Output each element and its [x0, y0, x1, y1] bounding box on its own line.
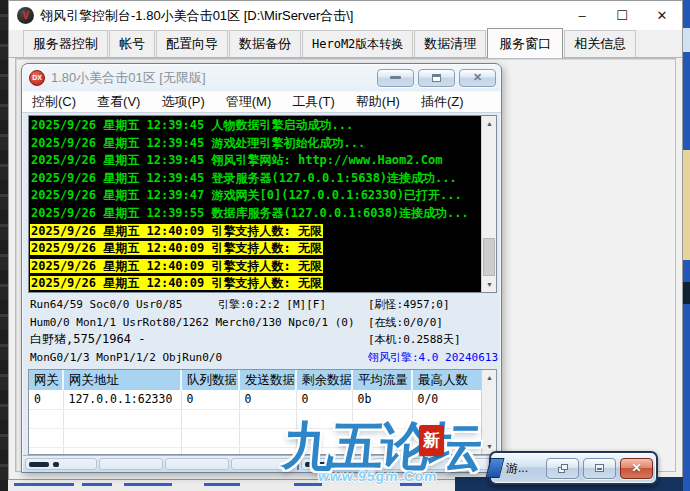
console-scrollbar[interactable]: ▲ ▼ — [481, 116, 496, 292]
scroll-up-icon[interactable]: ▲ — [482, 116, 497, 131]
col-max-players[interactable]: 最高人数 — [412, 370, 481, 390]
status-line-2: Hum0/0 Mon1/1 UsrRot80/1262 Merch0/130 N… — [28, 314, 497, 332]
empty-row — [29, 428, 481, 447]
col-remaining-data[interactable]: 剩余数据 — [296, 370, 352, 390]
status-line-4: MonG0/1/3 MonP1/1/2 ObjRun0/0 翎风引擎:4.0 2… — [28, 349, 497, 367]
menu-help[interactable]: 帮助(H) — [356, 93, 400, 111]
maximize-button[interactable]: ☐ — [602, 1, 642, 30]
cell-gateway-id: 0 — [29, 390, 63, 409]
console-line-highlighted: 2025/9/26 星期五 12:40:09 引擎支持人数: 无限 — [30, 275, 480, 291]
statusbar-mark — [29, 462, 49, 467]
tab-data-cleanup[interactable]: 数据清理 — [414, 30, 486, 57]
console-lines: 2025/9/26 星期五 12:39:45 人物数据引擎启动成功... 202… — [30, 117, 480, 291]
background-window-bottom-sliver — [8, 480, 455, 491]
col-gateway-address[interactable]: 网关地址 — [63, 370, 181, 390]
console-line-highlighted: 2025/9/26 星期五 12:40:09 引擎支持人数: 无限 — [30, 240, 480, 258]
close-icon: ✕ — [473, 72, 482, 83]
tab-account[interactable]: 帐号 — [109, 30, 155, 57]
menu-manage[interactable]: 管理(M) — [226, 93, 272, 111]
inner-titlebar: DX 1.80小美合击01区 [无限版] ✕ — [22, 64, 501, 91]
statusbar-segment — [99, 458, 163, 470]
status-current-monster: 白野猪,575/1964 - — [30, 331, 145, 349]
mini-minimize-button[interactable] — [583, 458, 616, 479]
main-window: V 翎风引擎控制台-1.80小美合击01区 [D:\MirServer合击\] … — [8, 0, 683, 480]
statusbar-segment — [301, 458, 371, 470]
inner-window: DX 1.80小美合击01区 [无限版] ✕ 控制(C) 查看(V) 选项(P)… — [21, 63, 502, 473]
tab-data-backup[interactable]: 数据备份 — [229, 30, 301, 57]
col-gateway[interactable]: 网关 — [29, 370, 63, 390]
background-window-left-edge — [0, 0, 8, 491]
status-engine-threads: 引擎:0:2:2 [M][F] — [218, 296, 326, 314]
main-menu-tabstrip: 服务器控制 帐号 配置向导 数据备份 HeroM2版本转换 数据清理 服务窗口 … — [9, 30, 682, 58]
main-titlebar: V 翎风引擎控制台-1.80小美合击01区 [D:\MirServer合击\] … — [9, 1, 682, 30]
app-icon[interactable]: V — [17, 7, 34, 24]
inner-window-title: 1.80小美合击01区 [无限版] — [51, 69, 373, 87]
console-scroll-thumb[interactable] — [483, 238, 495, 276]
col-queue-data[interactable]: 队列数据 — [181, 370, 239, 390]
status-online-count: [在线:0/0/0] — [368, 314, 443, 332]
col-avg-traffic[interactable]: 平均流量 — [352, 370, 412, 390]
col-sent-data[interactable]: 发送数据 — [239, 370, 296, 390]
table-scrollbar[interactable]: ▲ ▼ — [481, 370, 496, 454]
menu-view[interactable]: 查看(V) — [97, 93, 140, 111]
mini-taskbar: 游... ✕ — [489, 451, 658, 485]
close-button[interactable]: ✕ — [642, 1, 682, 30]
status-line-1: Run64/59 Soc0/0 Usr0/85 引擎:0:2:2 [M][F] … — [28, 296, 497, 314]
inner-close-button[interactable]: ✕ — [459, 69, 496, 87]
status-object-counters: Hum0/0 Mon1/1 UsrRot80/1262 Merch0/130 N… — [30, 314, 355, 332]
status-run-counters: Run64/59 Soc0/0 Usr0/85 — [30, 296, 182, 314]
gateway-table-header-row: 网关 网关地址 队列数据 发送数据 剩余数据 平均流量 最高人数 — [29, 370, 481, 390]
minimize-icon: – — [578, 8, 585, 23]
tab-config-wizard[interactable]: 配置向导 — [156, 30, 228, 57]
window-title: 翎风引擎控制台-1.80小美合击01区 [D:\MirServer合击\] — [40, 7, 562, 25]
inner-maximize-button[interactable] — [418, 69, 455, 87]
maximize-icon: ☐ — [616, 8, 628, 23]
inner-minimize-button[interactable] — [377, 69, 414, 87]
inner-icon-letters: DX — [32, 74, 42, 81]
restore-icon — [558, 464, 568, 473]
cell-remaining-data: 0 — [296, 390, 352, 409]
status-monster-spawn: [刷怪:4957;0] — [368, 296, 450, 314]
tab-herom2-convert[interactable]: HeroM2版本转换 — [302, 30, 413, 57]
minimize-icon — [595, 464, 604, 472]
screen: V 翎风引擎控制台-1.80小美合击01区 [D:\MirServer合击\] … — [0, 0, 690, 491]
engine-version: 翎风引擎:4.0 20240613 — [368, 349, 498, 367]
app-icon-letter: V — [22, 10, 29, 21]
inner-statusbar — [23, 455, 500, 472]
tab-server-control[interactable]: 服务器控制 — [23, 30, 108, 57]
menu-plugins[interactable]: 插件(Z) — [421, 93, 464, 111]
console-line: 2025/9/26 星期五 12:39:47 游戏网关[0](127.0.0.1… — [30, 187, 480, 205]
game-window-icon — [486, 458, 505, 478]
inner-window-icon[interactable]: DX — [29, 70, 45, 86]
status-line-3: 白野猪,575/1964 - [本机:0.2588天] — [28, 331, 497, 349]
gateway-table: 网关 网关地址 队列数据 发送数据 剩余数据 平均流量 最高人数 — [29, 370, 481, 454]
menu-tools[interactable]: 工具(T) — [292, 93, 335, 111]
scroll-up-icon[interactable]: ▲ — [482, 370, 497, 385]
statusbar-segment — [25, 458, 97, 470]
menu-options[interactable]: 选项(P) — [161, 93, 204, 111]
statusbar-mark — [305, 462, 327, 467]
status-mon-proc-counters: MonG0/1/3 MonP1/1/2 ObjRun0/0 — [30, 349, 222, 367]
mini-restore-button[interactable] — [546, 458, 579, 479]
mini-taskbar-label: 游... — [506, 460, 542, 477]
console-line: 2025/9/26 星期五 12:39:45 登录服务器(127.0.0.1:5… — [30, 170, 480, 188]
inner-menubar: 控制(C) 查看(V) 选项(P) 管理(M) 工具(T) 帮助(H) 插件(Z… — [22, 91, 501, 113]
status-uptime: [本机:0.2588天] — [368, 331, 461, 349]
tab-service-window[interactable]: 服务窗口 — [487, 28, 563, 58]
tab-related-info[interactable]: 相关信息 — [564, 30, 636, 57]
scroll-down-icon[interactable]: ▼ — [482, 277, 497, 292]
close-icon: ✕ — [631, 462, 641, 474]
maximize-icon — [432, 74, 441, 82]
cell-queue-data: 0 — [181, 390, 239, 409]
cell-sent-data: 0 — [239, 390, 296, 409]
mini-close-button[interactable]: ✕ — [620, 458, 653, 479]
statusbar-mark — [332, 462, 337, 467]
statusbar-segment — [231, 458, 295, 470]
cell-gateway-address: 127.0.0.1:62330 — [63, 390, 181, 409]
gateway-row[interactable]: 0 127.0.0.1:62330 0 0 0 0b 0/0 — [29, 390, 481, 409]
menu-control[interactable]: 控制(C) — [32, 93, 76, 111]
watermark-stamp-icon: 新 — [419, 425, 444, 456]
background-window-right-edge — [683, 0, 690, 491]
empty-row — [29, 447, 481, 454]
minimize-button[interactable]: – — [562, 1, 602, 30]
